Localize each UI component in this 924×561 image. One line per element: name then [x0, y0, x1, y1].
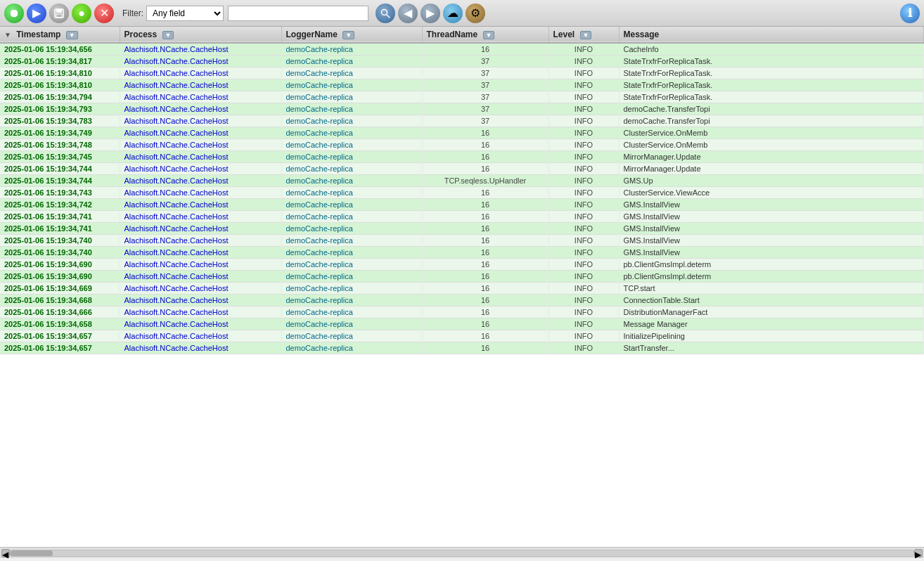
- table-cell-timestamp: 2025-01-06 15:19:34,794: [0, 91, 120, 103]
- table-cell-thread: 37: [422, 67, 548, 79]
- filter-search-input[interactable]: [228, 6, 368, 21]
- table-cell-thread: 16: [422, 163, 548, 175]
- table-cell-process: Alachisoft.NCache.CacheHost: [120, 342, 281, 354]
- table-cell-process: Alachisoft.NCache.CacheHost: [120, 271, 281, 283]
- col-filter-logger[interactable]: ▼: [342, 31, 354, 39]
- table-cell-timestamp: 2025-01-06 15:19:34,740: [0, 235, 120, 247]
- scroll-thumb[interactable]: [11, 550, 53, 556]
- table-cell-message: GMS.InstallView: [619, 235, 924, 247]
- table-cell-message: MirrorManager.Update: [619, 163, 924, 175]
- table-cell-thread: 16: [422, 211, 548, 223]
- table-cell-timestamp: 2025-01-06 15:19:34,743: [0, 187, 120, 199]
- cloud-icon[interactable]: ☁: [443, 4, 463, 23]
- table-cell-level: INFO: [548, 199, 619, 211]
- table-cell-timestamp: 2025-01-06 15:19:34,748: [0, 139, 120, 151]
- table-row[interactable]: 2025-01-06 15:19:34,666Alachisoft.NCache…: [0, 307, 924, 318]
- search-button[interactable]: [376, 4, 395, 23]
- stop-icon[interactable]: ✕: [94, 4, 114, 23]
- col-header-logger[interactable]: LoggerName ▼: [281, 27, 422, 43]
- table-cell-process: Alachisoft.NCache.CacheHost: [120, 163, 281, 175]
- table-row[interactable]: 2025-01-06 15:19:34,744Alachisoft.NCache…: [0, 163, 924, 175]
- table-cell-message: ClusterService.OnMemb: [619, 127, 924, 139]
- table-row[interactable]: 2025-01-06 15:19:34,745Alachisoft.NCache…: [0, 151, 924, 163]
- table-cell-logger: demoCache-replica: [281, 199, 422, 211]
- table-cell-logger: demoCache-replica: [281, 103, 422, 115]
- table-row[interactable]: 2025-01-06 15:19:34,742Alachisoft.NCache…: [0, 199, 924, 211]
- scroll-track[interactable]: [10, 550, 914, 557]
- horizontal-scrollbar[interactable]: ◀ ▶: [0, 547, 924, 558]
- table-cell-thread: 16: [422, 187, 548, 199]
- table-cell-process: Alachisoft.NCache.CacheHost: [120, 103, 281, 115]
- table-row[interactable]: 2025-01-06 15:19:34,794Alachisoft.NCache…: [0, 91, 924, 103]
- col-header-timestamp[interactable]: ▼ Timestamp ▼: [0, 27, 120, 43]
- table-cell-message: pb.ClientGmsImpl.determ: [619, 259, 924, 271]
- table-cell-level: INFO: [548, 283, 619, 295]
- record-icon[interactable]: ⏺: [4, 4, 24, 23]
- col-header-message[interactable]: Message: [619, 27, 924, 43]
- table-row[interactable]: 2025-01-06 15:19:34,743Alachisoft.NCache…: [0, 187, 924, 199]
- log-table-container[interactable]: ▼ Timestamp ▼ Process ▼ LoggerName ▼ Thr…: [0, 27, 924, 547]
- sort-down-icon[interactable]: ▼: [4, 31, 14, 39]
- open-icon[interactable]: ●: [72, 4, 91, 23]
- col-header-process[interactable]: Process ▼: [120, 27, 281, 43]
- forward-icon[interactable]: ▶: [421, 4, 440, 23]
- play-icon[interactable]: ▶: [27, 4, 46, 23]
- col-filter-timestamp[interactable]: ▼: [66, 31, 78, 39]
- table-row[interactable]: 2025-01-06 15:19:34,657Alachisoft.NCache…: [0, 330, 924, 342]
- table-row[interactable]: 2025-01-06 15:19:34,657Alachisoft.NCache…: [0, 342, 924, 354]
- col-filter-process[interactable]: ▼: [162, 31, 174, 39]
- table-row[interactable]: 2025-01-06 15:19:34,658Alachisoft.NCache…: [0, 318, 924, 330]
- col-header-level[interactable]: Level ▼: [548, 27, 619, 43]
- settings-icon[interactable]: ⚙: [466, 4, 485, 23]
- col-filter-thread[interactable]: ▼: [483, 31, 495, 39]
- table-cell-logger: demoCache-replica: [281, 223, 422, 235]
- table-cell-level: INFO: [548, 295, 619, 307]
- table-cell-timestamp: 2025-01-06 15:19:34,742: [0, 199, 120, 211]
- table-cell-logger: demoCache-replica: [281, 175, 422, 187]
- back-icon[interactable]: ◀: [398, 4, 418, 23]
- table-cell-process: Alachisoft.NCache.CacheHost: [120, 307, 281, 318]
- table-cell-logger: demoCache-replica: [281, 151, 422, 163]
- table-cell-message: StateTrxfrForReplicaTask.: [619, 91, 924, 103]
- table-row[interactable]: 2025-01-06 15:19:34,740Alachisoft.NCache…: [0, 235, 924, 247]
- table-cell-timestamp: 2025-01-06 15:19:34,741: [0, 211, 120, 223]
- scroll-left-btn[interactable]: ◀: [1, 549, 10, 557]
- table-cell-thread: 16: [422, 342, 548, 354]
- col-header-thread[interactable]: ThreadName ▼: [422, 27, 548, 43]
- table-cell-message: StateTrxfrForReplicaTask.: [619, 67, 924, 79]
- table-row[interactable]: 2025-01-06 15:19:34,749Alachisoft.NCache…: [0, 127, 924, 139]
- table-row[interactable]: 2025-01-06 15:19:34,656Alachisoft.NCache…: [0, 43, 924, 56]
- help-icon[interactable]: ℹ: [900, 4, 920, 23]
- table-cell-logger: demoCache-replica: [281, 211, 422, 223]
- save-icon[interactable]: [49, 4, 69, 23]
- table-row[interactable]: 2025-01-06 15:19:34,690Alachisoft.NCache…: [0, 271, 924, 283]
- table-cell-timestamp: 2025-01-06 15:19:34,817: [0, 56, 120, 67]
- col-filter-level[interactable]: ▼: [580, 31, 592, 39]
- table-cell-message: InitializePipelining: [619, 330, 924, 342]
- table-row[interactable]: 2025-01-06 15:19:34,740Alachisoft.NCache…: [0, 247, 924, 259]
- table-cell-timestamp: 2025-01-06 15:19:34,690: [0, 259, 120, 271]
- table-cell-timestamp: 2025-01-06 15:19:34,740: [0, 247, 120, 259]
- table-row[interactable]: 2025-01-06 15:19:34,668Alachisoft.NCache…: [0, 295, 924, 307]
- table-cell-logger: demoCache-replica: [281, 342, 422, 354]
- table-cell-timestamp: 2025-01-06 15:19:34,744: [0, 175, 120, 187]
- scroll-right-btn[interactable]: ▶: [914, 549, 923, 557]
- table-row[interactable]: 2025-01-06 15:19:34,669Alachisoft.NCache…: [0, 283, 924, 295]
- table-row[interactable]: 2025-01-06 15:19:34,817Alachisoft.NCache…: [0, 56, 924, 67]
- filter-field-select[interactable]: Any field Timestamp Process LoggerName T…: [146, 6, 224, 21]
- table-row[interactable]: 2025-01-06 15:19:34,783Alachisoft.NCache…: [0, 115, 924, 127]
- table-cell-process: Alachisoft.NCache.CacheHost: [120, 79, 281, 91]
- table-cell-thread: 37: [422, 115, 548, 127]
- table-row[interactable]: 2025-01-06 15:19:34,741Alachisoft.NCache…: [0, 223, 924, 235]
- table-row[interactable]: 2025-01-06 15:19:34,810Alachisoft.NCache…: [0, 67, 924, 79]
- table-cell-logger: demoCache-replica: [281, 139, 422, 151]
- table-row[interactable]: 2025-01-06 15:19:34,810Alachisoft.NCache…: [0, 79, 924, 91]
- table-cell-process: Alachisoft.NCache.CacheHost: [120, 318, 281, 330]
- table-row[interactable]: 2025-01-06 15:19:34,744Alachisoft.NCache…: [0, 175, 924, 187]
- table-cell-logger: demoCache-replica: [281, 235, 422, 247]
- table-row[interactable]: 2025-01-06 15:19:34,793Alachisoft.NCache…: [0, 103, 924, 115]
- table-row[interactable]: 2025-01-06 15:19:34,741Alachisoft.NCache…: [0, 211, 924, 223]
- table-cell-level: INFO: [548, 91, 619, 103]
- table-row[interactable]: 2025-01-06 15:19:34,748Alachisoft.NCache…: [0, 139, 924, 151]
- table-row[interactable]: 2025-01-06 15:19:34,690Alachisoft.NCache…: [0, 259, 924, 271]
